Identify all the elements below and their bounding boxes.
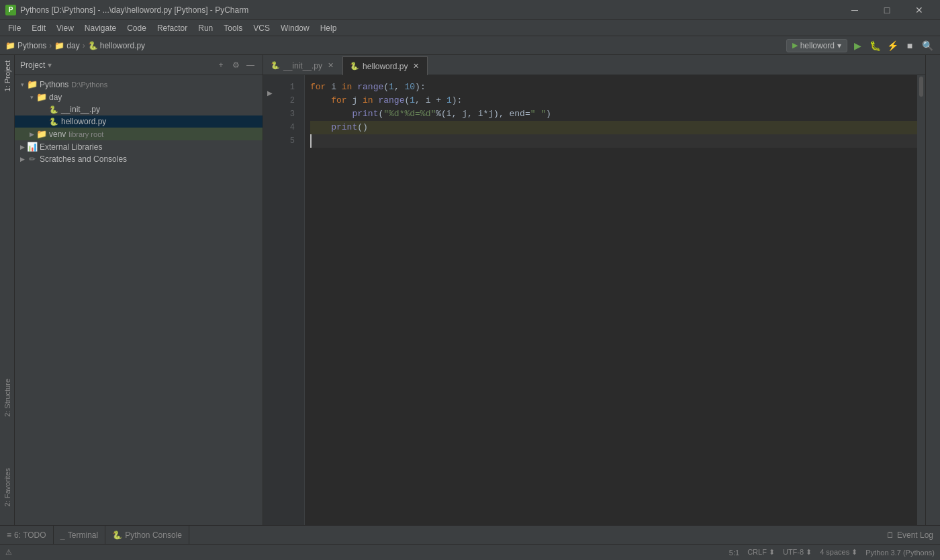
terminal-label: Terminal: [68, 530, 98, 540]
encoding[interactable]: UTF-8 ⬍: [783, 548, 812, 557]
left-side-panel: 1: Project 2: Structure 2: Favorites: [0, 55, 15, 525]
project-panel-title: Project ▾: [20, 60, 52, 70]
tab-bar: 🐍 __init__.py ✕ 🐍 helloword.py ✕: [263, 55, 925, 75]
breadcrumb: 📁 Pythons › 📁 day › 🐍 helloword.py: [5, 41, 145, 50]
close-button[interactable]: ✕: [904, 0, 935, 20]
menu-code[interactable]: Code: [122, 22, 152, 34]
menu-run[interactable]: Run: [193, 22, 218, 34]
tab-label-init: __init__.py: [283, 61, 322, 71]
python-console-icon: 🐍: [112, 530, 122, 540]
titlebar: P Pythons [D:\Pythons] - ...\day\hellowo…: [0, 0, 940, 20]
stop-button[interactable]: ■: [902, 38, 917, 53]
expand-arrow-pythons: ▾: [17, 81, 27, 88]
python-console-tab[interactable]: 🐍 Python Console: [105, 526, 189, 545]
cursor-position[interactable]: 5:1: [729, 549, 739, 557]
menu-navigate[interactable]: Navigate: [79, 22, 122, 34]
expand-arrow-venv: ▶: [27, 131, 36, 138]
coverage-button[interactable]: ⚡: [885, 38, 900, 53]
gutter-2: [263, 99, 277, 113]
code-editor[interactable]: ▶ 1 2 3 4 5 for i in range(1, 10):: [263, 75, 925, 525]
search-everywhere-button[interactable]: 🔍: [920, 38, 935, 53]
debug-button[interactable]: 🐛: [867, 38, 882, 53]
line-ending[interactable]: CRLF ⬍: [747, 548, 775, 557]
tab-close-init[interactable]: ✕: [326, 61, 335, 71]
minimize-button[interactable]: ─: [839, 0, 870, 20]
maximize-button[interactable]: □: [872, 0, 902, 20]
python-version[interactable]: Python 3.7 (Pythons): [865, 549, 935, 557]
structure-panel-tab[interactable]: 2: Structure: [2, 373, 13, 422]
project-panel-tab[interactable]: 1: Project: [2, 55, 13, 97]
editor-scrollbar[interactable]: [917, 75, 925, 525]
tree-item-scratches[interactable]: ▶ ✏ Scratches and Consoles: [15, 153, 263, 165]
project-settings-button[interactable]: ⚙: [229, 58, 242, 72]
run-config-dropdown[interactable]: ▶ helloword ▾: [786, 39, 847, 52]
tab-init[interactable]: 🐍 __init__.py ✕: [263, 56, 342, 75]
tree-item-helloword[interactable]: 🐍 helloword.py: [15, 115, 263, 128]
file-tree: ▾ 📁 Pythons D:\Pythons ▾ 📁 day 🐍 __init_…: [15, 75, 263, 525]
python-file-icon-helloword: 🐍: [48, 118, 59, 126]
python-console-label: Python Console: [125, 530, 182, 540]
tree-item-venv[interactable]: ▶ 📁 venv library root: [15, 128, 263, 140]
scratches-icon: ✏: [27, 154, 38, 164]
tab-helloword[interactable]: 🐍 helloword.py ✕: [342, 56, 428, 75]
menubar: File Edit View Navigate Code Refactor Ru…: [0, 20, 940, 36]
line-num-4: 4: [277, 121, 299, 134]
gutter-4: [263, 126, 277, 140]
line-num-2: 2: [277, 94, 299, 107]
code-content[interactable]: for i in range(1, 10): for j in range(1,…: [305, 75, 917, 525]
terminal-tab[interactable]: _ Terminal: [54, 526, 106, 545]
tree-label-helloword: helloword.py: [61, 117, 106, 126]
project-panel: Project ▾ + ⚙ — ▾ 📁 Pythons D:\Pythons ▾: [15, 55, 263, 525]
collapse-all-button[interactable]: —: [244, 58, 257, 72]
titlebar-controls: ─ □ ✕: [839, 0, 935, 20]
line-numbers: 1 2 3 4 5: [277, 75, 305, 525]
menu-edit[interactable]: Edit: [26, 22, 51, 34]
status-warnings[interactable]: ⚠: [5, 548, 12, 557]
tree-label-external: External Libraries: [40, 142, 102, 152]
tree-item-pythons[interactable]: ▾ 📁 Pythons D:\Pythons: [15, 78, 263, 91]
line-num-3: 3: [277, 107, 299, 121]
indent-style[interactable]: 4 spaces ⬍: [820, 548, 857, 557]
expand-arrow-scratches: ▶: [17, 156, 27, 162]
breadcrumb-pythons[interactable]: 📁 Pythons: [5, 41, 46, 50]
tree-item-external[interactable]: ▶ 📊 External Libraries: [15, 140, 263, 153]
gutter-5: [263, 140, 277, 153]
tree-label-venv: venv: [49, 130, 66, 139]
code-line-3: print("%d*%d=%d"%(i, j, i*j), end=" "): [310, 107, 917, 121]
run-button[interactable]: ▶: [850, 38, 865, 53]
menu-tools[interactable]: Tools: [218, 22, 248, 34]
add-file-button[interactable]: +: [214, 58, 228, 72]
tree-label-pythons: Pythons: [40, 80, 68, 89]
breadcrumb-file[interactable]: 🐍 helloword.py: [88, 41, 145, 50]
tree-item-day[interactable]: ▾ 📁 day: [15, 91, 263, 103]
todo-tab[interactable]: ≡ 6: TODO: [0, 526, 54, 545]
menu-file[interactable]: File: [3, 22, 26, 34]
right-sidebar: [925, 55, 940, 525]
menu-help[interactable]: Help: [315, 22, 342, 34]
menu-window[interactable]: Window: [275, 22, 315, 34]
breadcrumb-bar: 📁 Pythons › 📁 day › 🐍 helloword.py ▶ hel…: [0, 36, 940, 55]
gutter-1: ▶: [263, 86, 277, 99]
tab-close-helloword[interactable]: ✕: [411, 62, 420, 71]
bottom-tabs: ≡ 6: TODO _ Terminal 🐍 Python Console 🗒 …: [0, 525, 940, 544]
scrollbar-thumb[interactable]: [919, 77, 923, 97]
tree-item-init[interactable]: 🐍 __init__.py: [15, 103, 263, 115]
window-title: Pythons [D:\Pythons] - ...\day\helloword…: [20, 5, 248, 15]
event-log-tab[interactable]: 🗒 Event Log: [880, 526, 940, 545]
tree-label-init: __init__.py: [61, 105, 100, 114]
tree-label-venv-secondary: library root: [68, 130, 103, 138]
run-config-name: helloword: [800, 41, 835, 50]
menu-refactor[interactable]: Refactor: [152, 22, 193, 34]
tree-label-pythons-path: D:\Pythons: [71, 81, 107, 89]
gutter-3: [263, 113, 277, 126]
menu-vcs[interactable]: VCS: [248, 22, 275, 34]
code-line-5: [310, 134, 917, 148]
breadcrumb-day[interactable]: 📁 day: [54, 41, 79, 50]
tab-label-helloword: helloword.py: [363, 62, 408, 71]
editor-area: 🐍 __init__.py ✕ 🐍 helloword.py ✕ ▶: [263, 55, 925, 525]
breadcrumb-sep-2: ›: [83, 41, 85, 50]
status-bar: ⚠ 5:1 CRLF ⬍ UTF-8 ⬍ 4 spaces ⬍ Python 3…: [0, 544, 940, 560]
menu-view[interactable]: View: [51, 22, 79, 34]
favorites-panel-tab[interactable]: 2: Favorites: [2, 463, 13, 512]
run-controls: ▶ helloword ▾ ▶ 🐛 ⚡ ■ 🔍: [786, 38, 935, 53]
